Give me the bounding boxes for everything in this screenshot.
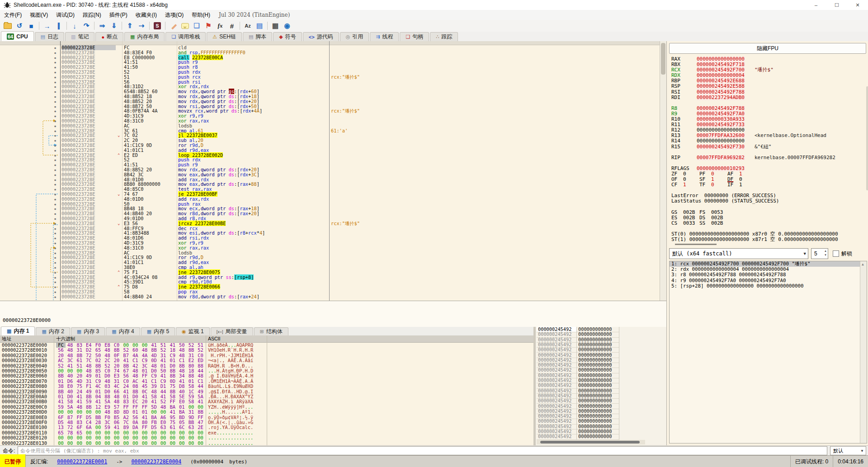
dump-row[interactable]: 00000223728E0030AC3C617C022C2041C1C90D41…	[0, 358, 533, 363]
disasm-row[interactable]: ●00000223728E48:8B52 20mov rdx,qword ptr…	[0, 167, 660, 172]
help-globe-icon[interactable]: ◉	[282, 21, 292, 31]
disasm-row[interactable]: ●00000223728E41:C1C9 0Dror r9d,D	[0, 143, 660, 148]
tab-句柄[interactable]: ❑句柄	[400, 32, 429, 41]
tab-线程[interactable]: ⇉线程	[370, 32, 399, 41]
register-line[interactable]: RSI000000245492F788	[671, 90, 866, 95]
disasm-row[interactable]: ●00000223728E41:51push r9	[0, 60, 660, 65]
open-file-icon[interactable]	[2, 21, 13, 31]
script-page-icon[interactable]: ▤	[254, 21, 265, 31]
restart-icon[interactable]: ↺	[14, 21, 25, 31]
side-panel-row[interactable]: 000000245492000000000000	[536, 347, 669, 352]
tab-跟踪[interactable]: ∴跟踪	[430, 32, 458, 41]
registers-scrollbar[interactable]	[866, 86, 868, 190]
disasm-row[interactable]: ●00000223728E⌃75 F1jne 223728E0075	[0, 270, 660, 275]
menu-item-4[interactable]: 插件(P)	[105, 10, 132, 20]
calculator-icon[interactable]: ▦	[270, 21, 281, 31]
disasm-to-link[interactable]: 00000223728E0004	[131, 458, 181, 465]
disasm-row[interactable]: ●00000223728E41:50push r8	[0, 65, 660, 70]
spinner-arrows-icon[interactable]: ▲▼	[824, 249, 827, 257]
comment-icon[interactable]	[179, 21, 190, 31]
disasm-row[interactable]: ●00000223728E52push rdx	[0, 70, 660, 75]
disasm-row[interactable]: ●00000223728E48:31D2xor rdx,rdx	[0, 84, 660, 89]
disasm-row[interactable]: ●00000223728E⌃75 D8jne 223728E0066	[0, 284, 660, 289]
dump-tab-内存 5[interactable]: ▦内存 5	[141, 327, 175, 335]
arguments-scrollbar[interactable]: ▲	[860, 261, 867, 443]
side-panel-row[interactable]: 000000245492000000000000	[536, 383, 669, 388]
disasm-row[interactable]: ●00000223728E51push rcxrcx:"墦扵$"	[0, 75, 660, 80]
disasm-row[interactable]: ●00000223728E4C:034C24 08add r9,qword pt…	[0, 275, 660, 280]
dump-row[interactable]: 00000223728E0120000000000000000000000000…	[0, 435, 533, 440]
disasm-row[interactable]: ●00000223728E48:FFC9dec rcx	[0, 226, 660, 231]
menu-item-3[interactable]: 跟踪(N)	[79, 10, 105, 20]
side-panel-row[interactable]: 000000245492000000000000	[536, 419, 669, 424]
side-panel-row[interactable]: 000000245492000000000000	[536, 368, 669, 373]
register-line[interactable]: GS002BFS0053	[671, 210, 866, 215]
register-line[interactable]: RSP000000245492E588	[671, 84, 866, 89]
disasm-row[interactable]: ●00000223728E2C 20sub al,20	[0, 138, 660, 143]
command-profile-combo[interactable]: 默认 ▼	[830, 446, 866, 455]
register-line[interactable]: RIP00007FFDFA969282kernelbase.00007FFDFA…	[671, 155, 866, 160]
tab-断点[interactable]: ●断点	[95, 32, 123, 41]
disasm-row[interactable]: ●00000223728E41:51push r9	[0, 162, 660, 167]
disasm-row[interactable]: ●00000223728E6548:8B52 60mov rdx,qword p…	[0, 89, 660, 94]
dump-row[interactable]: 00000223728E008038E075F14C034C24084539D1…	[0, 384, 533, 389]
minimize-button[interactable]: –	[806, 0, 826, 10]
close-button[interactable]: ✕	[847, 0, 868, 10]
side-panel-row[interactable]: 000000245492000000000000	[536, 398, 669, 403]
patches-icon[interactable]: ▬	[166, 19, 181, 33]
trace-icon[interactable]: S	[152, 21, 163, 31]
side-panel-row[interactable]: 000000245492000000000000	[536, 332, 669, 337]
register-line[interactable]: RDI000002237294ADB0	[671, 95, 866, 100]
dump-row[interactable]: 00000223728E00D00000000000488D8D01010000…	[0, 410, 533, 415]
side-panel-row[interactable]: 000000245492000000000000	[536, 434, 669, 439]
registers-splitter[interactable]	[675, 244, 717, 245]
hide-fpu-button[interactable]: 隐藏FPU	[669, 43, 866, 54]
register-line[interactable]: R15000000245492F730&"€紐"	[671, 144, 866, 150]
skip-next-icon[interactable]: ⇢	[136, 21, 147, 31]
run-icon[interactable]: →	[42, 21, 52, 31]
step-over-icon[interactable]: ↷	[81, 21, 92, 31]
run-to-user-code-icon[interactable]: ⇓	[108, 21, 119, 31]
menu-item-1[interactable]: 视图(V)	[26, 10, 52, 20]
disasm-row[interactable]: ●00000223728E4D:31C9xor r9,r9	[0, 113, 660, 118]
argument-row[interactable]: 3: r8 000000245492F788 000000245492F788	[670, 272, 867, 278]
disasm-row[interactable]: ●00000223728E48:85C0test rax,rax	[0, 187, 660, 192]
menu-item-6[interactable]: 选项(O)	[161, 10, 188, 20]
unlock-checkbox[interactable]	[833, 250, 839, 257]
disasm-row[interactable]: ●00000223728E⌃E2 EDloop 223728E002D	[0, 153, 660, 158]
disasm-row[interactable]: ●00000223728E38E0cmp al,ah	[0, 265, 660, 270]
disasm-row[interactable]: ●00000223728E4D:31C9xor r9,r9	[0, 241, 660, 245]
disasm-row[interactable]: ●00000223728E3C 61cmp al,6161:'a'	[0, 128, 660, 133]
disasm-row[interactable]: ●00000223728E48:01D0add rax,rdx	[0, 197, 660, 202]
menu-item-2[interactable]: 调试(D)	[52, 10, 79, 20]
disasm-row[interactable]: ●00000223728EFCcld	[0, 45, 660, 50]
disasm-row[interactable]: ●00000223728E41:8B3488mov esi,dword ptr …	[0, 231, 660, 236]
register-list[interactable]: RAX0000000000000000RBX000000245492F718RC…	[671, 57, 866, 242]
disasm-row[interactable]: ●00000223728E48:01D0add rax,rdx	[0, 177, 660, 182]
side-panel-hscrollbar[interactable]	[537, 440, 645, 444]
disasm-row[interactable]: ●00000223728E44:8B40 24mov r8d,dword ptr…	[0, 294, 660, 299]
disassembly-pane[interactable]: ●00000223728EFCcld●00000223728E48:83E4 F…	[0, 41, 660, 301]
tab-符号[interactable]: ◆符号	[273, 32, 302, 41]
disasm-row[interactable]: ●00000223728E44:8B40 20mov r8d,dword ptr…	[0, 211, 660, 216]
tab-SEH链[interactable]: ⚠SEH链	[207, 32, 242, 41]
bookmark-icon[interactable]: ⚑	[203, 21, 214, 31]
register-line[interactable]: ES002BDS002B	[671, 215, 866, 221]
step-out-icon[interactable]: ⇑	[124, 21, 135, 31]
dump-tab-内存 3[interactable]: ▦内存 3	[71, 327, 105, 335]
disasm-row[interactable]: ●00000223728E8B80 88000000mov eax,dword …	[0, 182, 660, 187]
breakpoint-dot-icon[interactable]: ●	[51, 295, 60, 300]
disasm-row[interactable]: ●00000223728E48:01D6add rsi,rdx	[0, 236, 660, 241]
disasm-row[interactable]: ●00000223728E48:31C0xor rax,rax	[0, 118, 660, 123]
tab-调用堆栈[interactable]: ❏调用堆栈	[165, 32, 206, 41]
disasm-row[interactable]: ●00000223728E48:83E4 F0and rsp,FFFFFFFFF…	[0, 50, 660, 55]
disasm-row[interactable]: ●00000223728E52push rdx	[0, 157, 660, 162]
tab-内存布局[interactable]: ▦内存布局	[124, 32, 165, 41]
side-address-panel[interactable]: 0000002454920000000000000000002454920000…	[533, 327, 669, 445]
dump-tab-局部变量[interactable]: [x=]局部变量	[211, 327, 253, 335]
argument-row[interactable]: 4: r9 000000245492F7A0 000000245492F7A0	[670, 278, 867, 283]
disasm-row[interactable]: ●00000223728E58pop rax	[0, 289, 660, 294]
disasm-row[interactable]: ●00000223728E45:39D1cmp r9d,r10d	[0, 279, 660, 284]
strings-icon[interactable]: Az	[242, 21, 253, 31]
dump-tab-结构体[interactable]: ⊞结构体	[254, 327, 288, 335]
